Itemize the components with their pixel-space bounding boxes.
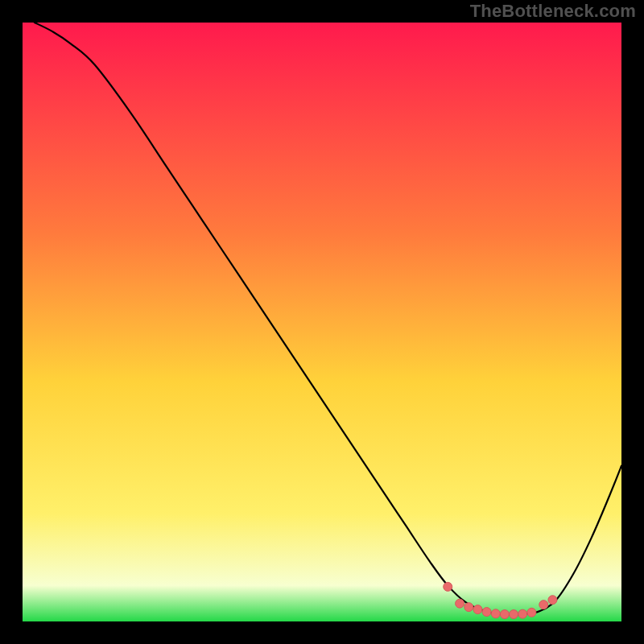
marker-point bbox=[539, 601, 548, 609]
marker-point bbox=[548, 596, 557, 605]
chart-frame: TheBottleneck.com bbox=[0, 0, 644, 644]
gradient-background bbox=[23, 23, 621, 621]
chart-svg bbox=[23, 23, 621, 621]
marker-point bbox=[456, 599, 464, 608]
marker-point bbox=[500, 610, 509, 619]
marker-point bbox=[491, 609, 500, 618]
marker-point bbox=[473, 605, 482, 614]
marker-point bbox=[482, 608, 491, 617]
marker-point bbox=[444, 582, 452, 591]
marker-point bbox=[518, 609, 527, 618]
marker-point bbox=[527, 608, 536, 617]
marker-point bbox=[510, 610, 518, 619]
watermark-text: TheBottleneck.com bbox=[470, 1, 636, 22]
marker-point bbox=[464, 603, 473, 612]
plot-area bbox=[23, 23, 621, 621]
